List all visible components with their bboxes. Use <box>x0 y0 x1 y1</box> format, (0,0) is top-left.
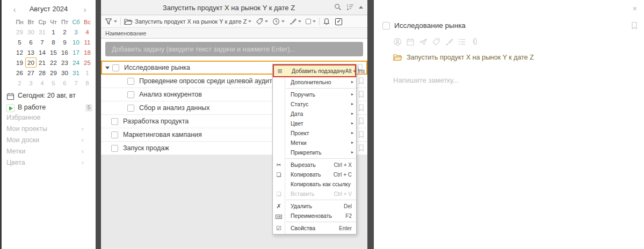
calendar-day[interactable]: 9 <box>59 37 70 47</box>
project-selector-button[interactable]: Запустить продукт X на рынок Y к дате Z <box>124 18 251 25</box>
context-menu-item[interactable]: Метки <box>273 138 356 148</box>
tag-icon[interactable] <box>432 38 440 46</box>
calendar-day[interactable]: 6 <box>25 37 37 47</box>
calendar-day[interactable]: 22 <box>48 57 59 68</box>
bookmark-icon[interactable] <box>358 131 364 139</box>
sidebar-item[interactable]: Избранное <box>2 113 96 124</box>
bookmark-icon[interactable] <box>358 104 364 112</box>
calendar-day[interactable]: 8 <box>82 78 93 88</box>
context-menu-item[interactable]: Проект <box>273 128 356 138</box>
note-placeholder[interactable]: Напишите заметку... <box>393 76 459 84</box>
calendar-icon[interactable] <box>406 38 415 46</box>
bookmark-icon[interactable] <box>631 21 638 30</box>
delegate-icon[interactable] <box>419 38 428 46</box>
calendar-day[interactable]: 1 <box>48 27 59 37</box>
calendar-day[interactable]: 13 <box>25 47 37 57</box>
calendar-day[interactable]: 4 <box>37 78 48 88</box>
context-menu-item[interactable]: Свойства Enter <box>273 223 356 233</box>
context-menu-item[interactable]: Статус <box>273 99 356 109</box>
calendar-day[interactable]: 29 <box>14 27 25 37</box>
calendar-day[interactable]: 21 <box>37 57 48 68</box>
context-menu-item[interactable]: Цвет <box>273 119 356 128</box>
calendar-day[interactable]: 23 <box>59 57 70 68</box>
brush-icon[interactable] <box>445 38 453 46</box>
calendar-day[interactable]: 14 <box>37 47 48 57</box>
calendar-day[interactable]: 5 <box>48 78 59 88</box>
complete-toggle-checkbox[interactable] <box>335 18 342 25</box>
context-menu-item[interactable]: Переименовать F2 <box>273 211 356 221</box>
task-checkbox[interactable] <box>127 78 134 85</box>
panel-details-divider[interactable] <box>367 0 374 249</box>
calendar-day[interactable]: 11 <box>82 37 93 47</box>
calendar-day[interactable]: 3 <box>25 78 37 88</box>
context-menu-item[interactable]: Добавить подзадачу Alt + Ins <box>273 64 356 77</box>
close-icon[interactable]: × <box>633 5 637 12</box>
calendar-day[interactable]: 5 <box>14 37 25 47</box>
calendar-day[interactable]: 3 <box>70 27 82 37</box>
calendar-day[interactable]: 18 <box>82 47 93 57</box>
sidebar-item[interactable]: Метки ‹ <box>2 147 96 158</box>
calendar-day[interactable]: 7 <box>70 78 82 88</box>
context-menu-item[interactable]: Поручить <box>273 90 356 99</box>
calendar-day[interactable]: 20 <box>25 57 37 68</box>
calendar-day[interactable]: 2 <box>59 27 70 37</box>
task-checkbox[interactable] <box>112 64 119 71</box>
context-menu-item[interactable]: Копировать Ctrl + C <box>273 170 356 179</box>
calendar-day[interactable]: 28 <box>37 68 48 78</box>
sort-icon[interactable]: 1 <box>346 3 354 11</box>
calendar-day[interactable]: 10 <box>70 37 82 47</box>
sidebar-panel-divider[interactable] <box>96 0 101 249</box>
calendar-day[interactable]: 17 <box>70 47 82 57</box>
calendar-day[interactable]: 31 <box>70 68 82 78</box>
task-checkbox[interactable] <box>111 145 118 152</box>
task-checkbox[interactable] <box>111 118 118 125</box>
calendar-day[interactable]: 16 <box>59 47 70 57</box>
calendar-next-button[interactable]: › <box>79 4 90 15</box>
details-task-title[interactable]: Исследование рынка <box>394 21 466 30</box>
calendar-day[interactable]: 7 <box>37 37 48 47</box>
sidebar-item-in-progress[interactable]: В работе 5 <box>2 103 96 114</box>
calendar-day[interactable]: 30 <box>59 68 70 78</box>
calendar-day[interactable]: 26 <box>14 68 25 78</box>
calendar-day[interactable]: 19 <box>14 57 25 68</box>
chevron-left-icon[interactable]: ‹ <box>82 125 84 133</box>
brush-button[interactable] <box>289 18 301 25</box>
chevron-left-icon[interactable]: ‹ <box>82 136 84 144</box>
add-task-input[interactable] <box>105 42 363 56</box>
calendar-day[interactable]: 8 <box>48 37 59 47</box>
expander-icon[interactable] <box>105 67 110 69</box>
calendar-day[interactable]: 6 <box>59 78 70 88</box>
bookmark-icon[interactable] <box>358 118 364 126</box>
attachment-icon[interactable] <box>471 38 479 46</box>
chevron-left-icon[interactable]: ‹ <box>82 159 84 166</box>
context-menu-item[interactable]: Дополнительно <box>273 77 356 87</box>
details-task-checkbox[interactable] <box>382 22 390 30</box>
column-header-name[interactable]: Наименование <box>101 28 367 39</box>
bookmark-icon[interactable] <box>358 77 364 85</box>
calendar-day[interactable]: 2 <box>14 78 25 88</box>
calendar-day[interactable]: 27 <box>25 68 37 78</box>
context-menu-item[interactable]: Прикрепить <box>273 148 356 157</box>
calendar-day[interactable]: 31 <box>37 27 48 37</box>
details-project-link[interactable]: Запустить продукт X на рынок Y к дате Z <box>393 54 534 61</box>
search-icon[interactable] <box>334 3 342 11</box>
color-button[interactable] <box>306 19 316 24</box>
context-menu-item[interactable]: Вырезать Ctrl + X <box>273 160 356 170</box>
tag-button[interactable] <box>256 18 268 25</box>
calendar-day[interactable]: 30 <box>25 27 37 37</box>
calendar-day[interactable]: 24 <box>70 57 82 68</box>
calendar-day[interactable]: 25 <box>82 57 93 68</box>
context-menu-item[interactable]: Копировать как ссылку <box>273 179 356 189</box>
bookmark-icon[interactable] <box>358 144 364 152</box>
calendar-day[interactable]: 15 <box>48 47 59 57</box>
calendar-day[interactable]: 4 <box>82 27 93 37</box>
reminder-button[interactable] <box>323 18 330 25</box>
bookmark-icon[interactable] <box>358 91 364 99</box>
calendar-day[interactable]: 1 <box>82 68 93 78</box>
calendar-day[interactable]: 29 <box>48 68 59 78</box>
context-menu-item[interactable]: Удалить Del <box>273 201 356 211</box>
sidebar-item[interactable]: Мои проекты ‹ <box>2 124 96 135</box>
filter-button[interactable] <box>105 18 117 25</box>
chevron-left-icon[interactable]: ‹ <box>82 148 84 155</box>
context-menu-item[interactable]: Вставить Ctrl + V <box>273 189 356 199</box>
